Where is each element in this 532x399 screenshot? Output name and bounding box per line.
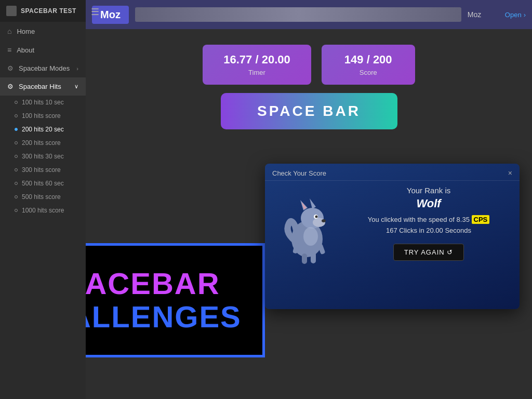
- hits-chevron: ∨: [74, 83, 78, 90]
- svg-point-13: [303, 227, 318, 246]
- ad-link-text: Moz: [468, 10, 499, 19]
- rank-name: Wolf: [346, 197, 511, 210]
- sidebar-modes-section[interactable]: ⚙ Spacebar Modes ›: [0, 59, 86, 77]
- hamburger-icon[interactable]: ☰: [91, 6, 99, 18]
- home-label: Home: [17, 28, 35, 35]
- dot-icon: [15, 168, 18, 171]
- score-value: 149 / 200: [342, 53, 394, 66]
- sidebar-sub-500hitsscore[interactable]: 500 hits score: [0, 190, 86, 204]
- sidebar-item-home[interactable]: ⌂ Home: [0, 22, 86, 41]
- sidebar-hits-section[interactable]: ⚙ Spacebar Hits ∨: [0, 77, 86, 96]
- sidebar-sub-500hits60[interactable]: 500 hits 60 sec: [0, 177, 86, 190]
- modal-content: Your Rank is Wolf You clicked with the s…: [346, 186, 511, 261]
- sub-label: 500 hits score: [22, 193, 61, 201]
- sidebar: SPACEBAR TEST ⌂ Home ≡ About ⚙ Spacebar …: [0, 0, 86, 399]
- home-icon: ⌂: [7, 27, 11, 35]
- sidebar-header: SPACEBAR TEST: [0, 0, 86, 22]
- spacebar-button[interactable]: SPACE BAR: [221, 93, 397, 129]
- stats-text: You clicked with the speed of 8.35 CPS 1…: [346, 215, 511, 236]
- timer-label: Timer: [223, 69, 290, 76]
- dot-icon: [15, 182, 18, 185]
- sidebar-sub-300hits30[interactable]: 300 hits 30 sec: [0, 150, 86, 163]
- modal-header: Check Your Score ×: [265, 164, 520, 181]
- sidebar-item-about[interactable]: ≡ About: [0, 41, 86, 59]
- modes-label: Spacebar Modes: [19, 64, 70, 72]
- rank-intro: Your Rank is: [346, 186, 511, 195]
- svg-rect-10: [302, 254, 307, 264]
- sub-label: 300 hits score: [22, 166, 61, 174]
- sub-label: 100 hits score: [22, 112, 61, 119]
- open-label: Open: [505, 11, 522, 19]
- stats-line2: 167 Clicks in 20.00 Seconds: [386, 227, 471, 234]
- timer-box: 16.77 / 20.00 Timer: [203, 45, 311, 85]
- sidebar-sub-200hits20[interactable]: 200 hits 20 sec: [0, 123, 86, 136]
- sub-label: 500 hits 60 sec: [22, 180, 64, 187]
- dot-icon: [15, 155, 18, 158]
- ad-open-link[interactable]: Open ›: [505, 11, 526, 19]
- modes-chevron: ›: [76, 65, 78, 72]
- timer-value: 16.77 / 20.00: [223, 53, 290, 66]
- sub-label: 100 hits 10 sec: [22, 99, 64, 106]
- cps-badge: CPS: [472, 215, 490, 224]
- stats-line1-prefix: You clicked with the speed of 8.35: [368, 216, 470, 223]
- wolf-illustration: [273, 187, 341, 260]
- sub-label: 300 hits 30 sec: [22, 153, 64, 160]
- modal-close-button[interactable]: ×: [508, 169, 512, 177]
- dot-icon: [15, 101, 18, 104]
- dot-icon: [15, 141, 18, 144]
- score-label: Score: [342, 69, 394, 76]
- sidebar-title: SPACEBAR TEST: [21, 7, 76, 15]
- dot-icon: [15, 114, 18, 117]
- about-icon: ≡: [7, 46, 11, 54]
- svg-point-3: [322, 219, 326, 222]
- dot-icon: [15, 195, 18, 198]
- sidebar-sub-200hitsscore[interactable]: 200 hits score: [0, 136, 86, 150]
- try-again-button[interactable]: TRY AGAIN ↺: [393, 244, 464, 261]
- hits-icon: ⚙: [7, 83, 14, 90]
- spacebar-label: SPACE BAR: [257, 103, 361, 119]
- sidebar-sub-300hitsscore[interactable]: 300 hits score: [0, 163, 86, 177]
- score-box: 149 / 200 Score: [322, 45, 415, 85]
- dot-icon: [15, 128, 18, 131]
- score-row: 16.77 / 20.00 Timer 149 / 200 Score: [203, 45, 415, 85]
- modal-title: Check Your Score: [272, 169, 326, 177]
- dot-icon: [15, 209, 18, 212]
- sub-label: 200 hits score: [22, 139, 61, 147]
- svg-point-2: [313, 218, 325, 227]
- score-modal: Check Your Score ×: [265, 164, 520, 309]
- modal-body: Your Rank is Wolf You clicked with the s…: [265, 181, 520, 261]
- svg-rect-9: [311, 252, 316, 263]
- svg-point-5: [315, 215, 318, 218]
- open-chevron: ›: [524, 11, 526, 19]
- ad-banner-image: [135, 7, 461, 22]
- sidebar-sub-100hitsscore[interactable]: 100 hits score: [0, 109, 86, 123]
- modes-icon: ⚙: [7, 64, 14, 72]
- hits-label: Spacebar Hits: [19, 83, 61, 90]
- about-label: About: [17, 46, 34, 54]
- svg-marker-8: [310, 198, 316, 209]
- logo-icon: [6, 6, 17, 16]
- ad-bar: Moz Moz Open ›: [86, 0, 532, 29]
- sidebar-sub-1000hitsscore[interactable]: 1000 hits score: [0, 204, 86, 217]
- score-area: 16.77 / 20.00 Timer 149 / 200 Score SPAC…: [86, 29, 532, 140]
- sub-label: 200 hits 20 sec: [22, 126, 64, 133]
- sidebar-sub-100hits10[interactable]: 100 hits 10 sec: [0, 96, 86, 109]
- sub-label: 1000 hits score: [22, 207, 64, 214]
